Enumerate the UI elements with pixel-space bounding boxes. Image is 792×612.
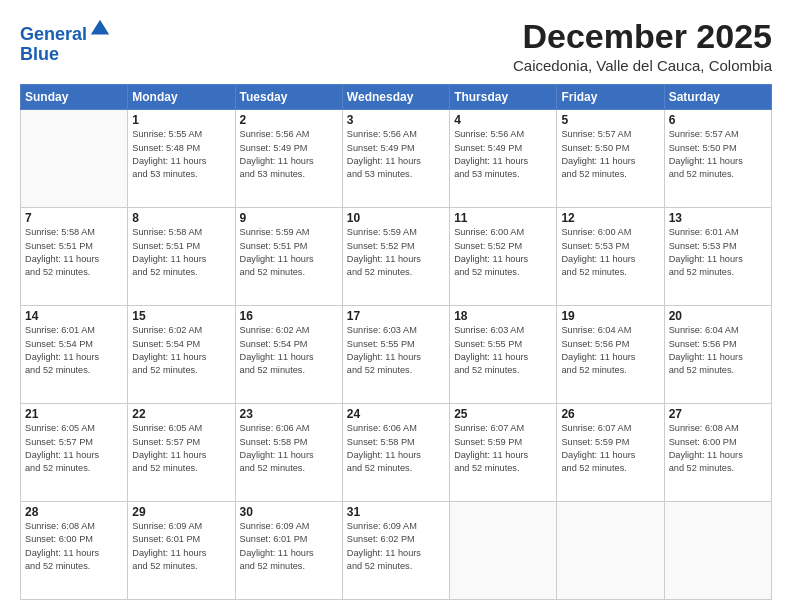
- day-info: Sunrise: 6:03 AM Sunset: 5:55 PM Dayligh…: [347, 324, 445, 377]
- calendar-cell: 28Sunrise: 6:08 AM Sunset: 6:00 PM Dayli…: [21, 502, 128, 600]
- calendar-cell: 17Sunrise: 6:03 AM Sunset: 5:55 PM Dayli…: [342, 306, 449, 404]
- calendar-week-2: 7Sunrise: 5:58 AM Sunset: 5:51 PM Daylig…: [21, 208, 772, 306]
- day-number: 22: [132, 407, 230, 421]
- weekday-header-monday: Monday: [128, 85, 235, 110]
- day-info: Sunrise: 6:02 AM Sunset: 5:54 PM Dayligh…: [132, 324, 230, 377]
- calendar-cell: 12Sunrise: 6:00 AM Sunset: 5:53 PM Dayli…: [557, 208, 664, 306]
- logo: General Blue: [20, 22, 111, 65]
- day-info: Sunrise: 6:07 AM Sunset: 5:59 PM Dayligh…: [454, 422, 552, 475]
- calendar-cell: [664, 502, 771, 600]
- calendar-table: SundayMondayTuesdayWednesdayThursdayFrid…: [20, 84, 772, 600]
- header: General Blue December 2025 Caicedonia, V…: [20, 18, 772, 74]
- day-number: 19: [561, 309, 659, 323]
- day-info: Sunrise: 6:05 AM Sunset: 5:57 PM Dayligh…: [25, 422, 123, 475]
- day-number: 10: [347, 211, 445, 225]
- calendar-cell: 31Sunrise: 6:09 AM Sunset: 6:02 PM Dayli…: [342, 502, 449, 600]
- day-info: Sunrise: 5:59 AM Sunset: 5:52 PM Dayligh…: [347, 226, 445, 279]
- day-info: Sunrise: 6:08 AM Sunset: 6:00 PM Dayligh…: [669, 422, 767, 475]
- calendar-cell: 15Sunrise: 6:02 AM Sunset: 5:54 PM Dayli…: [128, 306, 235, 404]
- weekday-header-tuesday: Tuesday: [235, 85, 342, 110]
- calendar-cell: 3Sunrise: 5:56 AM Sunset: 5:49 PM Daylig…: [342, 110, 449, 208]
- calendar-cell: [21, 110, 128, 208]
- calendar-cell: 25Sunrise: 6:07 AM Sunset: 5:59 PM Dayli…: [450, 404, 557, 502]
- calendar-cell: 18Sunrise: 6:03 AM Sunset: 5:55 PM Dayli…: [450, 306, 557, 404]
- day-info: Sunrise: 6:01 AM Sunset: 5:54 PM Dayligh…: [25, 324, 123, 377]
- calendar-cell: 9Sunrise: 5:59 AM Sunset: 5:51 PM Daylig…: [235, 208, 342, 306]
- calendar-header-row: SundayMondayTuesdayWednesdayThursdayFrid…: [21, 85, 772, 110]
- calendar-cell: 6Sunrise: 5:57 AM Sunset: 5:50 PM Daylig…: [664, 110, 771, 208]
- day-number: 30: [240, 505, 338, 519]
- calendar-week-4: 21Sunrise: 6:05 AM Sunset: 5:57 PM Dayli…: [21, 404, 772, 502]
- calendar-cell: 4Sunrise: 5:56 AM Sunset: 5:49 PM Daylig…: [450, 110, 557, 208]
- day-number: 13: [669, 211, 767, 225]
- calendar-cell: 24Sunrise: 6:06 AM Sunset: 5:58 PM Dayli…: [342, 404, 449, 502]
- day-info: Sunrise: 6:06 AM Sunset: 5:58 PM Dayligh…: [240, 422, 338, 475]
- day-info: Sunrise: 6:03 AM Sunset: 5:55 PM Dayligh…: [454, 324, 552, 377]
- day-info: Sunrise: 6:00 AM Sunset: 5:52 PM Dayligh…: [454, 226, 552, 279]
- day-number: 9: [240, 211, 338, 225]
- calendar-cell: 1Sunrise: 5:55 AM Sunset: 5:48 PM Daylig…: [128, 110, 235, 208]
- day-info: Sunrise: 5:57 AM Sunset: 5:50 PM Dayligh…: [669, 128, 767, 181]
- day-number: 12: [561, 211, 659, 225]
- calendar-cell: 19Sunrise: 6:04 AM Sunset: 5:56 PM Dayli…: [557, 306, 664, 404]
- day-info: Sunrise: 6:04 AM Sunset: 5:56 PM Dayligh…: [561, 324, 659, 377]
- calendar-cell: 30Sunrise: 6:09 AM Sunset: 6:01 PM Dayli…: [235, 502, 342, 600]
- location: Caicedonia, Valle del Cauca, Colombia: [513, 57, 772, 74]
- calendar-cell: 22Sunrise: 6:05 AM Sunset: 5:57 PM Dayli…: [128, 404, 235, 502]
- day-number: 29: [132, 505, 230, 519]
- day-number: 2: [240, 113, 338, 127]
- day-number: 4: [454, 113, 552, 127]
- calendar-cell: 13Sunrise: 6:01 AM Sunset: 5:53 PM Dayli…: [664, 208, 771, 306]
- day-info: Sunrise: 6:06 AM Sunset: 5:58 PM Dayligh…: [347, 422, 445, 475]
- calendar-cell: 20Sunrise: 6:04 AM Sunset: 5:56 PM Dayli…: [664, 306, 771, 404]
- day-info: Sunrise: 5:57 AM Sunset: 5:50 PM Dayligh…: [561, 128, 659, 181]
- weekday-header-thursday: Thursday: [450, 85, 557, 110]
- logo-icon: [89, 18, 111, 40]
- calendar-week-3: 14Sunrise: 6:01 AM Sunset: 5:54 PM Dayli…: [21, 306, 772, 404]
- day-info: Sunrise: 5:59 AM Sunset: 5:51 PM Dayligh…: [240, 226, 338, 279]
- day-info: Sunrise: 6:01 AM Sunset: 5:53 PM Dayligh…: [669, 226, 767, 279]
- day-number: 28: [25, 505, 123, 519]
- day-info: Sunrise: 6:00 AM Sunset: 5:53 PM Dayligh…: [561, 226, 659, 279]
- calendar-cell: 26Sunrise: 6:07 AM Sunset: 5:59 PM Dayli…: [557, 404, 664, 502]
- day-number: 18: [454, 309, 552, 323]
- day-info: Sunrise: 5:56 AM Sunset: 5:49 PM Dayligh…: [454, 128, 552, 181]
- calendar-cell: 7Sunrise: 5:58 AM Sunset: 5:51 PM Daylig…: [21, 208, 128, 306]
- day-number: 8: [132, 211, 230, 225]
- logo-general: General: [20, 24, 87, 44]
- weekday-header-sunday: Sunday: [21, 85, 128, 110]
- day-number: 6: [669, 113, 767, 127]
- day-number: 24: [347, 407, 445, 421]
- day-number: 15: [132, 309, 230, 323]
- day-number: 1: [132, 113, 230, 127]
- calendar-cell: [450, 502, 557, 600]
- calendar-cell: 27Sunrise: 6:08 AM Sunset: 6:00 PM Dayli…: [664, 404, 771, 502]
- day-number: 5: [561, 113, 659, 127]
- day-number: 3: [347, 113, 445, 127]
- day-info: Sunrise: 6:07 AM Sunset: 5:59 PM Dayligh…: [561, 422, 659, 475]
- calendar-cell: 23Sunrise: 6:06 AM Sunset: 5:58 PM Dayli…: [235, 404, 342, 502]
- calendar-cell: 14Sunrise: 6:01 AM Sunset: 5:54 PM Dayli…: [21, 306, 128, 404]
- title-block: December 2025 Caicedonia, Valle del Cauc…: [513, 18, 772, 74]
- day-info: Sunrise: 5:58 AM Sunset: 5:51 PM Dayligh…: [132, 226, 230, 279]
- day-number: 21: [25, 407, 123, 421]
- calendar-cell: 5Sunrise: 5:57 AM Sunset: 5:50 PM Daylig…: [557, 110, 664, 208]
- day-info: Sunrise: 6:05 AM Sunset: 5:57 PM Dayligh…: [132, 422, 230, 475]
- day-number: 25: [454, 407, 552, 421]
- day-number: 23: [240, 407, 338, 421]
- day-info: Sunrise: 5:55 AM Sunset: 5:48 PM Dayligh…: [132, 128, 230, 181]
- day-number: 27: [669, 407, 767, 421]
- calendar-cell: 10Sunrise: 5:59 AM Sunset: 5:52 PM Dayli…: [342, 208, 449, 306]
- calendar-cell: [557, 502, 664, 600]
- svg-marker-0: [91, 20, 109, 35]
- day-info: Sunrise: 5:58 AM Sunset: 5:51 PM Dayligh…: [25, 226, 123, 279]
- day-info: Sunrise: 6:02 AM Sunset: 5:54 PM Dayligh…: [240, 324, 338, 377]
- calendar-cell: 21Sunrise: 6:05 AM Sunset: 5:57 PM Dayli…: [21, 404, 128, 502]
- weekday-header-friday: Friday: [557, 85, 664, 110]
- day-info: Sunrise: 6:08 AM Sunset: 6:00 PM Dayligh…: [25, 520, 123, 573]
- day-info: Sunrise: 6:09 AM Sunset: 6:01 PM Dayligh…: [240, 520, 338, 573]
- day-info: Sunrise: 6:09 AM Sunset: 6:02 PM Dayligh…: [347, 520, 445, 573]
- calendar-cell: 29Sunrise: 6:09 AM Sunset: 6:01 PM Dayli…: [128, 502, 235, 600]
- day-number: 14: [25, 309, 123, 323]
- calendar-cell: 8Sunrise: 5:58 AM Sunset: 5:51 PM Daylig…: [128, 208, 235, 306]
